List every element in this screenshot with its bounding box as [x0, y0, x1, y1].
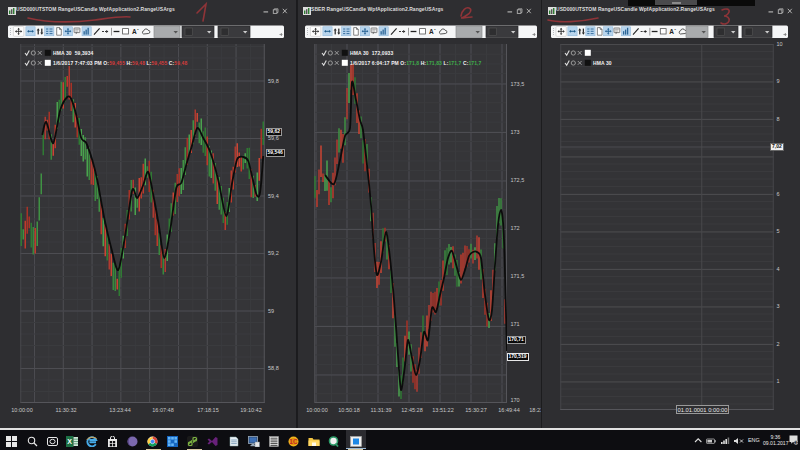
svg-text:1C: 1C — [289, 438, 298, 445]
svg-text:X: X — [67, 438, 72, 445]
